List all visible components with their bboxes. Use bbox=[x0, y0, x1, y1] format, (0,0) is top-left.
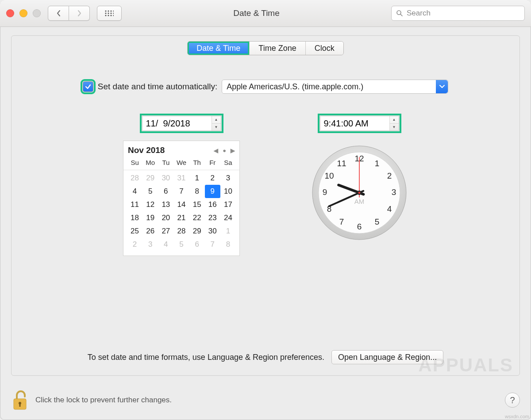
step-up-icon: ▲ bbox=[390, 116, 399, 124]
calendar-day[interactable]: 22 bbox=[189, 211, 205, 225]
cal-today-icon[interactable]: ● bbox=[223, 147, 226, 154]
calendar-day[interactable]: 17 bbox=[220, 198, 236, 211]
analog-clock: 12 1 2 3 4 5 6 7 8 9 10 11 bbox=[311, 144, 408, 241]
svg-text:11: 11 bbox=[337, 159, 346, 168]
close-window-button[interactable] bbox=[6, 9, 14, 17]
calendar-day[interactable]: 7 bbox=[173, 185, 189, 198]
cal-next-icon[interactable]: ▶ bbox=[231, 147, 235, 154]
step-up-icon: ▲ bbox=[212, 116, 221, 124]
calendar-day[interactable]: 20 bbox=[158, 211, 173, 225]
tab-clock[interactable]: Clock bbox=[305, 42, 343, 55]
titlebar: Date & Time Search bbox=[0, 0, 531, 27]
calendar-day[interactable]: 10 bbox=[220, 185, 236, 198]
calendar-day[interactable]: 9 bbox=[205, 185, 220, 198]
calendar-header: Nov 2018 ◀ ● ▶ bbox=[127, 144, 236, 157]
calendar-day[interactable]: 16 bbox=[205, 198, 220, 211]
calendar-day[interactable]: 4 bbox=[127, 185, 142, 198]
lock-hint: Click the lock to prevent further change… bbox=[35, 396, 172, 405]
back-button[interactable] bbox=[48, 6, 69, 21]
minimize-window-button[interactable] bbox=[19, 9, 27, 17]
calendar-day[interactable]: 13 bbox=[158, 198, 173, 211]
calendar-day[interactable]: 6 bbox=[189, 238, 205, 251]
tab-label: Date & Time bbox=[196, 44, 240, 53]
svg-point-0 bbox=[105, 10, 106, 11]
open-language-region-button[interactable]: Open Language & Region... bbox=[331, 350, 443, 364]
svg-point-2 bbox=[110, 10, 112, 11]
tab-date-time[interactable]: Date & Time bbox=[188, 42, 249, 55]
svg-text:10: 10 bbox=[324, 171, 334, 180]
search-field[interactable]: Search bbox=[391, 6, 525, 21]
calendar-day[interactable]: 1 bbox=[220, 225, 236, 238]
svg-point-5 bbox=[108, 12, 109, 14]
question-icon: ? bbox=[510, 395, 515, 405]
cal-prev-icon[interactable]: ◀ bbox=[214, 147, 218, 154]
calendar-day[interactable]: 21 bbox=[173, 211, 189, 225]
calendar-day[interactable]: 12 bbox=[142, 198, 158, 211]
calendar-day[interactable]: 24 bbox=[220, 211, 236, 225]
calendar-day[interactable]: 4 bbox=[158, 238, 173, 251]
combo-arrow bbox=[436, 80, 448, 93]
svg-point-4 bbox=[105, 12, 106, 14]
show-all-button[interactable] bbox=[97, 6, 122, 21]
date-stepper[interactable]: ▲ ▼ bbox=[212, 116, 221, 130]
calendar-day[interactable]: 8 bbox=[220, 238, 236, 251]
time-server-combo[interactable]: Apple Americas/U.S. (time.apple.com.) bbox=[222, 80, 448, 94]
svg-point-9 bbox=[108, 15, 109, 16]
calendar[interactable]: Nov 2018 ◀ ● ▶ SuMoTuWeThFrSa28293031123… bbox=[123, 141, 240, 256]
calendar-day[interactable]: 25 bbox=[127, 225, 142, 238]
time-field[interactable]: ▲ ▼ bbox=[320, 116, 399, 131]
calendar-day[interactable]: 15 bbox=[189, 198, 205, 211]
calendar-day[interactable]: 19 bbox=[142, 211, 158, 225]
svg-text:1: 1 bbox=[375, 159, 380, 168]
step-down-icon: ▼ bbox=[212, 124, 221, 131]
svg-point-6 bbox=[110, 12, 112, 14]
nav-buttons bbox=[48, 6, 90, 21]
formats-hint: To set date and time formats, use Langua… bbox=[88, 353, 324, 362]
calendar-day[interactable]: 26 bbox=[142, 225, 158, 238]
calendar-day[interactable]: 30 bbox=[205, 225, 220, 238]
calendar-day[interactable]: 3 bbox=[142, 238, 158, 251]
date-time-columns: ▲ ▼ Nov 2018 ◀ ● ▶ SuMoTuWeThFrSa2829303… bbox=[12, 116, 519, 256]
svg-point-32 bbox=[358, 192, 360, 194]
forward-button[interactable] bbox=[69, 6, 90, 21]
calendar-dow: Th bbox=[189, 157, 205, 169]
calendar-dow: Su bbox=[127, 157, 142, 169]
window-title: Date & Time bbox=[126, 8, 387, 18]
calendar-day[interactable]: 5 bbox=[142, 185, 158, 198]
calendar-day[interactable]: 5 bbox=[173, 238, 189, 251]
date-input[interactable] bbox=[142, 116, 212, 130]
date-field[interactable]: ▲ ▼ bbox=[142, 116, 221, 131]
tab-time-zone[interactable]: Time Zone bbox=[249, 42, 305, 55]
time-column: ▲ ▼ bbox=[311, 116, 408, 256]
auto-set-checkbox[interactable] bbox=[83, 81, 93, 92]
calendar-day[interactable]: 7 bbox=[205, 238, 220, 251]
calendar-day[interactable]: 6 bbox=[158, 185, 173, 198]
calendar-day[interactable]: 8 bbox=[189, 185, 205, 198]
calendar-day[interactable]: 29 bbox=[142, 172, 158, 185]
calendar-day[interactable]: 14 bbox=[173, 198, 189, 211]
calendar-day[interactable]: 30 bbox=[158, 172, 173, 185]
calendar-day[interactable]: 1 bbox=[189, 172, 205, 185]
auto-set-row: Set date and time automatically: Apple A… bbox=[12, 80, 519, 94]
calendar-day[interactable]: 18 bbox=[127, 211, 142, 225]
time-input[interactable] bbox=[320, 116, 389, 130]
svg-point-11 bbox=[113, 15, 114, 16]
calendar-day[interactable]: 2 bbox=[127, 238, 142, 251]
calendar-dow: Mo bbox=[142, 157, 158, 169]
calendar-day[interactable]: 3 bbox=[220, 172, 236, 185]
calendar-day[interactable]: 31 bbox=[173, 172, 189, 185]
calendar-day[interactable]: 27 bbox=[158, 225, 173, 238]
maximize-window-button[interactable] bbox=[33, 9, 41, 17]
calendar-day[interactable]: 23 bbox=[205, 211, 220, 225]
calendar-day[interactable]: 29 bbox=[189, 225, 205, 238]
time-stepper[interactable]: ▲ ▼ bbox=[389, 116, 399, 130]
lock-button[interactable] bbox=[11, 389, 29, 411]
calendar-title: Nov 2018 bbox=[128, 145, 165, 155]
svg-text:9: 9 bbox=[323, 187, 327, 197]
calendar-day[interactable]: 11 bbox=[127, 198, 142, 211]
calendar-day[interactable]: 2 bbox=[205, 172, 220, 185]
calendar-day[interactable]: 28 bbox=[127, 172, 142, 185]
unlock-icon bbox=[11, 389, 29, 411]
calendar-day[interactable]: 28 bbox=[173, 225, 189, 238]
help-button[interactable]: ? bbox=[505, 393, 520, 408]
